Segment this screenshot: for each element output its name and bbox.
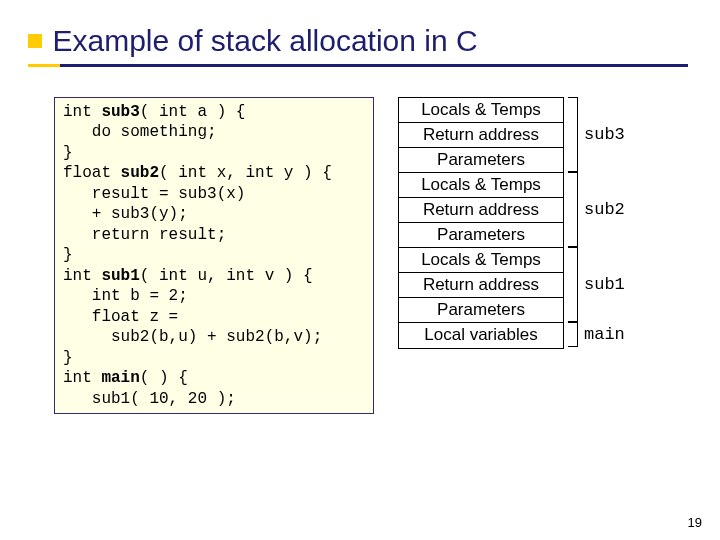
slide-title-block: Example of stack allocation in C [0, 0, 720, 73]
stack-cell: Locals & Temps [399, 173, 563, 198]
stack-bracket-label: sub3 [584, 125, 625, 144]
stack-cell: Locals & Temps [399, 248, 563, 273]
stack-bracket-label: sub2 [584, 200, 625, 219]
stack-cell: Parameters [399, 298, 563, 323]
title-accent-square [28, 34, 42, 48]
stack-bracket-label: main [584, 325, 625, 344]
code-listing: int sub3( int a ) { do something; } floa… [63, 102, 365, 409]
stack-cell: Return address [399, 123, 563, 148]
stack-bracket [568, 247, 578, 322]
stack-cell: Locals & Temps [399, 98, 563, 123]
page-number: 19 [688, 515, 702, 530]
stack-cell: Return address [399, 273, 563, 298]
stack-cell: Return address [399, 198, 563, 223]
stack-bracket [568, 322, 578, 347]
stack-cell: Local variables [399, 323, 563, 348]
stack-bracket [568, 172, 578, 247]
stack-cell: Parameters [399, 223, 563, 248]
code-box: int sub3( int a ) { do something; } floa… [54, 97, 374, 414]
slide-content: int sub3( int a ) { do something; } floa… [0, 73, 720, 97]
title-underline [28, 64, 688, 67]
stack-bracket-label: sub1 [584, 275, 625, 294]
stack-bracket [568, 97, 578, 172]
slide-title: Example of stack allocation in C [52, 24, 477, 57]
stack-diagram: Locals & TempsReturn addressParametersLo… [398, 97, 564, 349]
stack-cell: Parameters [399, 148, 563, 173]
